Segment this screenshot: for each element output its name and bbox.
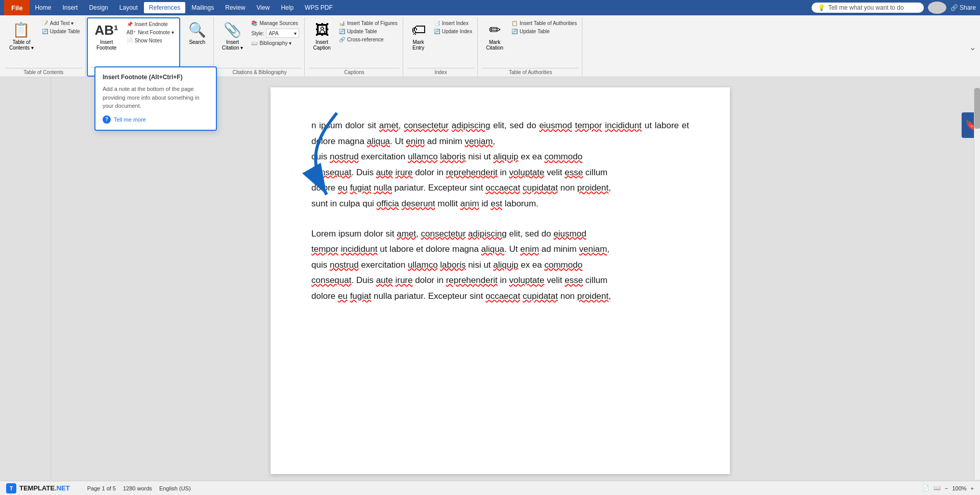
right-scrollbar[interactable] bbox=[974, 88, 980, 480]
update-table-toc-button[interactable]: 🔄 Update Table bbox=[40, 28, 82, 35]
captions-content: 🖼 InsertCaption 📊 Insert Table of Figure… bbox=[309, 17, 399, 68]
insert-table-of-figures-button[interactable]: 📊 Insert Table of Figures bbox=[337, 19, 400, 27]
style-dropdown[interactable]: APA ▾ bbox=[266, 29, 299, 38]
group-toc-content: 📋 Table ofContents ▾ 📝 Add Text ▾ 🔄 Upda… bbox=[5, 17, 82, 68]
next-footnote-label: Next Footnote ▾ bbox=[138, 30, 174, 35]
citations-group-label: Citations & Bibliography bbox=[218, 68, 302, 77]
update-index-button[interactable]: 🔄 Update Index bbox=[432, 28, 475, 35]
update-table-captions-button[interactable]: 🔄 Update Table bbox=[337, 28, 400, 35]
insert-caption-label: InsertCaption bbox=[313, 39, 330, 51]
ribbon-collapse-button[interactable]: ⌄ bbox=[969, 42, 976, 52]
authorities-content: ✏ MarkCitation 📋 Insert Table of Authori… bbox=[482, 17, 579, 68]
insert-citation-button[interactable]: 📎 InsertCitation ▾ bbox=[218, 19, 248, 53]
zoom-out-button[interactable]: − bbox=[945, 485, 948, 491]
toc-small-btns: 📝 Add Text ▾ 🔄 Update Table bbox=[40, 19, 82, 35]
share-label[interactable]: 🔗 Share bbox=[950, 4, 976, 11]
insert-footnote-button[interactable]: AB¹ InsertFootnote bbox=[91, 20, 122, 53]
print-layout-icon[interactable]: 📄 bbox=[922, 485, 929, 491]
add-text-icon: 📝 bbox=[42, 20, 48, 26]
menu-design[interactable]: Design bbox=[84, 2, 113, 13]
scrollbar-thumb[interactable] bbox=[974, 88, 980, 129]
file-tab[interactable]: File bbox=[4, 0, 30, 15]
mark-entry-icon: 🏷 bbox=[411, 21, 426, 38]
update-table-captions-label: Update Table bbox=[347, 29, 377, 34]
update-index-icon: 🔄 bbox=[434, 29, 440, 34]
menu-bar: File Home Insert Design Layout Reference… bbox=[0, 0, 980, 15]
bottom-bar: T TEMPLATE.NET Page 1 of 5 1280 words En… bbox=[0, 481, 980, 495]
show-notes-icon: 📄 bbox=[127, 38, 133, 43]
insert-caption-button[interactable]: 🖼 InsertCaption bbox=[309, 19, 334, 53]
menu-mailings[interactable]: Mailings bbox=[186, 2, 219, 13]
search-icon: 🔍 bbox=[188, 21, 206, 38]
style-chevron-icon: ▾ bbox=[294, 31, 297, 36]
read-mode-icon[interactable]: 📖 bbox=[934, 485, 941, 491]
group-captions: 🖼 InsertCaption 📊 Insert Table of Figure… bbox=[306, 17, 403, 77]
mark-entry-button[interactable]: 🏷 MarkEntry bbox=[407, 19, 430, 53]
help-icon: ? bbox=[103, 115, 111, 124]
insert-index-button[interactable]: 📑 Insert Index bbox=[432, 19, 475, 27]
insert-endnote-button[interactable]: 📌 Insert Endnote bbox=[125, 20, 176, 28]
manage-sources-label: Manage Sources bbox=[259, 20, 298, 26]
menu-home[interactable]: Home bbox=[30, 2, 56, 13]
insert-index-label: Insert Index bbox=[442, 20, 469, 26]
bibliography-label: Bibliography ▾ bbox=[259, 40, 291, 46]
insert-table-of-authorities-button[interactable]: 📋 Insert Table of Authorities bbox=[509, 19, 579, 27]
footnotes-content: AB¹ InsertFootnote 📌 Insert Endnote AB⁺ … bbox=[91, 18, 176, 67]
update-table-authorities-button[interactable]: 🔄 Update Table bbox=[509, 28, 579, 35]
view-controls: 📄 📖 − 100% + bbox=[922, 485, 974, 491]
mark-citation-button[interactable]: ✏ MarkCitation bbox=[482, 19, 507, 53]
menu-help[interactable]: Help bbox=[276, 2, 299, 13]
insert-table-of-figures-label: Insert Table of Figures bbox=[347, 20, 398, 26]
search-label: Search bbox=[189, 39, 205, 45]
menu-wps-pdf[interactable]: WPS PDF bbox=[300, 2, 338, 13]
update-table-toc-icon: 🔄 bbox=[42, 29, 48, 34]
index-group-label: Index bbox=[407, 68, 475, 77]
group-table-of-contents: 📋 Table ofContents ▾ 📝 Add Text ▾ 🔄 Upda… bbox=[2, 17, 86, 77]
menu-items: Home Insert Design Layout References Mai… bbox=[30, 2, 337, 13]
template-icon: T bbox=[6, 483, 16, 493]
table-of-contents-button[interactable]: 📋 Table ofContents ▾ bbox=[5, 19, 38, 53]
manage-sources-icon: 📚 bbox=[251, 20, 257, 26]
search-button[interactable]: 🔍 Search bbox=[184, 19, 210, 47]
toc-group-label: Table of Contents bbox=[5, 68, 82, 77]
insert-table-of-figures-icon: 📊 bbox=[339, 20, 345, 26]
zoom-level: 100% bbox=[952, 485, 966, 491]
menu-view[interactable]: View bbox=[252, 2, 275, 13]
add-text-button[interactable]: 📝 Add Text ▾ bbox=[40, 19, 82, 27]
captions-group-label: Captions bbox=[309, 68, 399, 77]
update-table-toc-label: Update Table bbox=[50, 29, 80, 34]
toc-icon: 📋 bbox=[12, 21, 30, 38]
group-index: 🏷 MarkEntry 📑 Insert Index 🔄 Update Inde… bbox=[404, 17, 478, 77]
show-notes-button[interactable]: 📄 Show Notes bbox=[125, 37, 176, 44]
page-container: n ipsum dolor sit amet, consectetur adip… bbox=[51, 77, 949, 484]
document-page: n ipsum dolor sit amet, consectetur adip… bbox=[271, 87, 730, 474]
cross-reference-icon: 🔗 bbox=[339, 37, 345, 42]
update-toa-label: Update Table bbox=[520, 29, 550, 34]
insert-footnote-icon: AB¹ bbox=[95, 22, 118, 38]
document-area: n ipsum dolor sit amet, consectetur adip… bbox=[0, 77, 980, 484]
tooltip-description: Add a note at the bottom of the page pro… bbox=[103, 85, 209, 110]
insert-toa-label: Insert Table of Authorities bbox=[520, 20, 577, 26]
style-row: Style: APA ▾ bbox=[249, 28, 301, 39]
cross-reference-button[interactable]: 🔗 Cross-reference bbox=[337, 36, 400, 43]
manage-sources-button[interactable]: 📚 Manage Sources bbox=[249, 19, 301, 27]
tell-me-bar[interactable]: 💡 Tell me what you want to do bbox=[812, 3, 924, 13]
menu-references[interactable]: References bbox=[144, 2, 185, 13]
toc-label: Table ofContents ▾ bbox=[9, 39, 34, 51]
mark-citation-icon: ✏ bbox=[489, 21, 501, 38]
word-count: 1280 words bbox=[123, 485, 152, 491]
menu-layout[interactable]: Layout bbox=[114, 2, 143, 13]
authorities-group-label: Table of Authorities bbox=[482, 68, 579, 77]
bibliography-icon: 📖 bbox=[251, 40, 257, 46]
research-content: 🔍 Search bbox=[184, 17, 210, 68]
template-logo-text: TEMPLATE.NET bbox=[19, 484, 70, 492]
zoom-in-button[interactable]: + bbox=[971, 485, 974, 491]
bibliography-button[interactable]: 📖 Bibliography ▾ bbox=[249, 39, 301, 47]
menu-insert[interactable]: Insert bbox=[57, 2, 83, 13]
mark-entry-label: MarkEntry bbox=[412, 39, 424, 51]
menu-review[interactable]: Review bbox=[220, 2, 250, 13]
style-value: APA bbox=[268, 31, 293, 36]
tell-me-text: Tell me what you want to do bbox=[828, 4, 904, 11]
next-footnote-button[interactable]: AB⁺ Next Footnote ▾ bbox=[125, 29, 176, 36]
tooltip-link[interactable]: ? Tell me more bbox=[103, 115, 209, 124]
